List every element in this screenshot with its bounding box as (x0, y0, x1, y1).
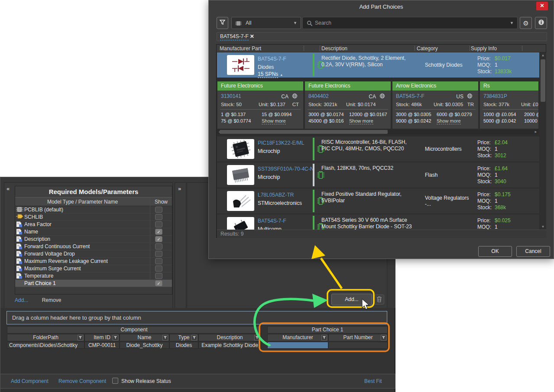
horizontal-scrollbar[interactable]: ◄ ► (217, 130, 538, 134)
search-input[interactable] (315, 19, 501, 27)
remove-component-link[interactable]: Remove Component (58, 378, 106, 384)
column-header-type[interactable]: Type (169, 334, 198, 341)
result-row[interactable]: SST39SF010A-70-4C-NMicrochipFlash, 128KX… (217, 162, 539, 188)
part-number-link[interactable]: SST39SF010A-70-4C-N (258, 166, 314, 172)
add-component-link[interactable]: Add Component (11, 378, 49, 384)
scroll-down-icon[interactable]: ▼ (540, 225, 546, 229)
part-number-link[interactable]: PIC18F13K22-E/ML (258, 140, 304, 146)
show-checkbox[interactable] (155, 273, 162, 279)
show-checkbox[interactable] (155, 243, 162, 249)
scroll-right-icon[interactable]: ► (534, 130, 538, 134)
show-release-checkbox[interactable] (112, 378, 118, 384)
globe-icon[interactable] (292, 93, 298, 100)
show-checkbox[interactable]: ✓ (155, 236, 162, 242)
model-row[interactable]: Temperature (15, 272, 172, 280)
supplier-part-link[interactable]: 7384831P (483, 93, 507, 99)
search-box[interactable]: ▼ (302, 17, 518, 29)
add-model-link[interactable]: Add... (15, 297, 28, 303)
supplier-part-link[interactable]: BAT54S-7-F (396, 93, 424, 99)
column-header-manufacturer-part[interactable]: Manufacturer Part (220, 45, 261, 52)
part-number-link[interactable]: BAT54S-7-F (258, 218, 286, 224)
column-header-name[interactable]: Name (120, 334, 169, 341)
scroll-up-icon[interactable]: ▲ (540, 53, 546, 57)
model-row[interactable]: Area Factor (15, 221, 172, 228)
column-header-supply-info[interactable]: Supply Info (471, 45, 497, 52)
name-cell[interactable]: Diode_Schottky (120, 342, 169, 349)
supplier-part-link[interactable]: 3130141 (221, 93, 241, 99)
model-row[interactable]: Forward Continuous Current (15, 243, 172, 250)
part-number-link[interactable]: L78L05ABZ-TR (258, 192, 294, 198)
item_id-cell[interactable]: CMP-00011 (84, 342, 120, 349)
show-checkbox[interactable] (155, 251, 162, 257)
model-row[interactable]: PCBLIB (default) (15, 206, 172, 214)
column-header-description[interactable]: Description (198, 334, 261, 341)
part_number-cell[interactable] (328, 342, 388, 349)
close-button[interactable]: ✕ (536, 2, 548, 10)
vertical-scrollbar[interactable]: ▲ ▼ (540, 52, 546, 230)
show-checkbox[interactable] (155, 266, 162, 272)
show-more-link[interactable]: Show more (437, 118, 477, 123)
model-row[interactable]: Maximum Surge Current (15, 265, 172, 272)
model-row[interactable]: Name✓ (15, 228, 172, 236)
show-checkbox[interactable] (155, 258, 162, 264)
best-fit-link[interactable]: Best Fit (364, 378, 382, 384)
ok-button[interactable]: OK (478, 246, 512, 257)
description-cell[interactable]: Example Schottky Diode (198, 342, 261, 349)
h-scrollbar-thumb[interactable] (220, 130, 388, 134)
filter-icon[interactable] (113, 335, 118, 340)
show-checkbox[interactable] (155, 207, 162, 213)
show-checkbox[interactable]: ✓ (155, 280, 162, 286)
filter-button[interactable] (217, 17, 228, 29)
column-header-model-type[interactable]: Model Type / Parameter Name (15, 198, 150, 206)
remove-model-link[interactable]: Remove (42, 297, 62, 303)
column-header-show[interactable]: Show (150, 198, 172, 206)
model-row[interactable]: Maximum Reverse Leakage Current (15, 258, 172, 265)
group-header-part-choice[interactable]: Part Choice 1 (267, 326, 388, 334)
group-header-component[interactable]: Component (7, 326, 261, 334)
part-number-link[interactable]: BAT54S-7-F (258, 56, 286, 62)
column-header-part_number[interactable]: Part Number (328, 334, 388, 341)
manufacturer-cell[interactable] (267, 342, 328, 349)
group-drag-hint[interactable]: Drag a column header here to group by th… (6, 311, 387, 324)
model-row[interactable]: Part Choice 1✓ (15, 280, 172, 287)
collapse-left-icon[interactable]: « (6, 185, 10, 192)
info-button[interactable] (535, 17, 547, 29)
model-row[interactable]: SCHLIB (15, 214, 172, 221)
dialog-titlebar[interactable]: Add Part Choices ✕ (209, 0, 554, 13)
result-row[interactable]: *BAT54S-7-FMulticompBAT54S Series 30 V 6… (217, 214, 539, 230)
spns-toggle[interactable]: 15 SPNs▲ (258, 71, 283, 77)
result-row[interactable]: PIC18F13K22-E/MLMicrochipRISC Microcontr… (217, 136, 539, 162)
column-header-category[interactable]: Category (417, 45, 438, 52)
settings-button[interactable]: ⚙ (520, 17, 532, 29)
filter-icon[interactable] (321, 335, 327, 340)
filter-icon[interactable] (254, 335, 260, 340)
scope-dropdown[interactable]: All ▼ (231, 17, 301, 29)
delete-part-choice-button[interactable] (374, 295, 384, 305)
supplier-part-link[interactable]: 8404402 (308, 93, 329, 99)
globe-icon[interactable] (379, 93, 385, 100)
filter-chip[interactable]: BAT54S-7-F✕ (220, 33, 254, 39)
filter-icon[interactable] (162, 335, 168, 340)
remove-filter-icon[interactable]: ✕ (250, 33, 254, 39)
add-part-choice-button[interactable]: Add... (331, 294, 372, 305)
folderpath-cell[interactable]: Components\Diodes\Schottky (7, 342, 84, 349)
type-cell[interactable]: Diodes (169, 342, 198, 349)
cancel-button[interactable]: Cancel (516, 246, 550, 257)
model-row[interactable]: Description✓ (15, 236, 172, 243)
globe-icon[interactable] (467, 93, 473, 100)
filter-icon[interactable] (78, 335, 83, 340)
v-scrollbar-thumb[interactable] (541, 59, 545, 102)
column-header-folderpath[interactable]: FolderPath (7, 334, 84, 341)
expand-right-icon[interactable]: » (178, 185, 181, 192)
show-checkbox[interactable]: ✓ (155, 229, 162, 235)
filter-icon[interactable] (381, 335, 386, 340)
column-header-description[interactable]: Description (321, 45, 347, 52)
column-header-item_id[interactable]: Item ID (84, 334, 120, 341)
model-row[interactable]: Forward Voltage Drop (15, 250, 172, 258)
column-header-manufacturer[interactable]: Manufacturer (267, 334, 328, 341)
filter-icon[interactable] (191, 335, 197, 340)
show-checkbox[interactable] (155, 221, 162, 227)
show-more-link[interactable]: Show more (262, 118, 302, 123)
show-more-link[interactable]: Show more (349, 118, 390, 123)
result-row[interactable]: BAT54S-7-FDiodes15 SPNs▲Rectifier Diode,… (217, 52, 539, 78)
